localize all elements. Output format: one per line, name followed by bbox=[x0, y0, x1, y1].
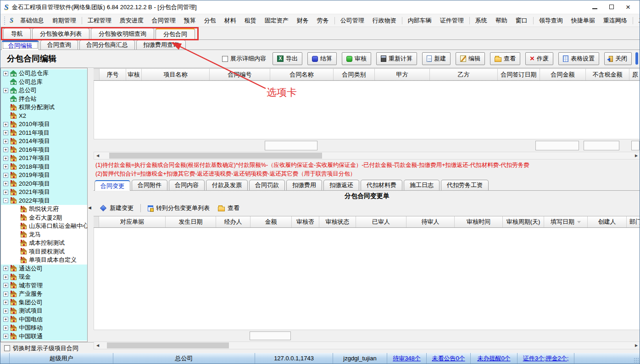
module-tab-分包合同[interactable]: 分包合同 bbox=[156, 28, 195, 39]
tree-item-中国电信[interactable]: +中国电信 bbox=[1, 315, 87, 324]
tree-item-城市管理[interactable]: +城市管理 bbox=[1, 281, 87, 290]
close-icon[interactable]: × bbox=[626, 5, 630, 10]
expand-icon[interactable]: + bbox=[3, 139, 8, 144]
checkbox-icon[interactable] bbox=[222, 56, 228, 62]
tree-item-山东港口航运金融中心[interactable]: +山东港口航运金融中心 bbox=[1, 222, 87, 231]
menu-item-固定资产[interactable]: 固定资产 bbox=[261, 15, 293, 27]
detail-tab-付款及发票[interactable]: 付款及发票 bbox=[206, 180, 248, 190]
tree-item-金石大厦2期[interactable]: +金石大厦2期 bbox=[1, 214, 87, 222]
splitter-collapse-icon[interactable]: ◀ bbox=[88, 205, 91, 210]
column-header-已审人[interactable]: 已审人 bbox=[356, 216, 406, 227]
detail-tab-施工日志[interactable]: 施工日志 bbox=[404, 180, 440, 190]
toolbar-button-新建[interactable]: 新建 bbox=[422, 52, 451, 65]
tree-item-权限分配测试[interactable]: +权限分配测试 bbox=[1, 103, 87, 112]
menu-item-重连网络[interactable]: 重连网络 bbox=[599, 15, 631, 27]
column-header-序号[interactable]: 序号 bbox=[100, 69, 126, 80]
scroll-thumb[interactable] bbox=[109, 153, 322, 159]
tree-item-公司总库[interactable]: +公司总库 bbox=[1, 78, 87, 87]
column-header-经办人[interactable]: 经办人 bbox=[216, 216, 250, 227]
column-header-合同类别[interactable]: 合同类别 bbox=[334, 69, 375, 80]
menu-item-财务[interactable]: 财务 bbox=[293, 15, 313, 27]
expand-icon[interactable]: + bbox=[3, 122, 8, 127]
toolbar-button-表格设置[interactable]: 表格设置 bbox=[558, 52, 599, 65]
column-header-合同名称[interactable]: 合同名称 bbox=[270, 69, 334, 80]
tree-item-总公司[interactable]: +总公司 bbox=[1, 86, 87, 95]
column-header-合同签订日期[interactable]: 合同签订日期 bbox=[498, 69, 540, 80]
tree-item-2010年项目[interactable]: +2010年项目 bbox=[1, 120, 87, 129]
menu-item-预算[interactable]: 预算 bbox=[180, 15, 200, 27]
detail-tab-合同变更[interactable]: 合同变更 bbox=[95, 180, 130, 191]
menu-item-租赁[interactable]: 租赁 bbox=[240, 15, 261, 27]
detail-checkbox[interactable]: 展示详细内容 bbox=[222, 55, 266, 63]
sub-tab-合同编辑[interactable]: 合同编辑 bbox=[1, 40, 39, 50]
tree-item-2011年项目[interactable]: +2011年项目 bbox=[1, 129, 87, 138]
expand-icon[interactable]: + bbox=[3, 130, 8, 135]
column-header-审核[interactable]: 审核 bbox=[126, 69, 142, 80]
menu-item-领导查询[interactable]: 领导查询 bbox=[535, 15, 567, 27]
detail-tab-扣缴费用[interactable]: 扣缴费用 bbox=[286, 180, 322, 190]
toolbar-button-作废[interactable]: 作废 bbox=[525, 52, 553, 65]
column-header-项目名称[interactable]: 项目名称 bbox=[142, 69, 210, 80]
toolbar-scrollbar[interactable] bbox=[635, 52, 638, 65]
expand-icon[interactable]: + bbox=[3, 156, 8, 161]
tree-item-拌合站[interactable]: +拌合站 bbox=[1, 95, 87, 104]
menu-item-窗口[interactable]: 窗口 bbox=[512, 15, 532, 27]
tree-item-2020年项目[interactable]: +2020年项目 bbox=[1, 180, 87, 188]
tree-item-中国移动[interactable]: +中国移动 bbox=[1, 324, 87, 332]
column-header-乙方[interactable]: 乙方 bbox=[430, 69, 498, 80]
toolbar-button-结算[interactable]: 结算 bbox=[307, 52, 337, 65]
expand-icon[interactable]: + bbox=[3, 173, 8, 178]
column-header-创建人[interactable]: 创建人 bbox=[588, 216, 627, 227]
expand-icon[interactable]: + bbox=[3, 300, 8, 305]
expand-icon[interactable]: + bbox=[3, 292, 8, 297]
module-tab-导航[interactable]: 导航 bbox=[3, 28, 31, 39]
expand-icon[interactable]: + bbox=[3, 334, 8, 339]
detail-tab-代扣材料费[interactable]: 代扣材料费 bbox=[361, 180, 402, 190]
tree-item-2019年项目[interactable]: +2019年项目 bbox=[1, 171, 87, 180]
sub-tab-合同查询[interactable]: 合同查询 bbox=[40, 40, 78, 50]
tree-item-公司总仓库[interactable]: +公司总仓库 bbox=[1, 69, 87, 78]
change-button-转到分包变更单列表[interactable]: 转到分包变更单列表 bbox=[145, 203, 213, 214]
toolbar-button-审核[interactable]: 审核 bbox=[342, 52, 371, 65]
menu-item-行政物资[interactable]: 行政物资 bbox=[368, 15, 401, 27]
minimize-icon[interactable] bbox=[592, 4, 597, 11]
resize-grip[interactable] bbox=[633, 357, 639, 363]
collapse-icon[interactable]: - bbox=[3, 198, 8, 203]
expand-icon[interactable]: + bbox=[3, 71, 8, 76]
expand-icon[interactable]: + bbox=[3, 309, 8, 314]
contract-grid-hscrollbar[interactable]: ◀ ▶ bbox=[94, 152, 640, 160]
column-header-对应单据[interactable]: 对应单据 bbox=[99, 216, 166, 227]
panel-splitter[interactable]: ◀ bbox=[88, 68, 94, 354]
tree-item-2021年项目[interactable]: +2021年项目 bbox=[1, 188, 87, 197]
menu-item-系统[interactable]: 系统 bbox=[471, 15, 491, 27]
scroll-left-icon[interactable]: ◀ bbox=[94, 152, 101, 159]
menu-item-合同管理[interactable]: 合同管理 bbox=[148, 15, 180, 27]
statusbar-link-证件3个;押金2个;[interactable]: 证件3个;押金2个; bbox=[523, 354, 569, 363]
toolbar-button-编辑[interactable]: 编辑 bbox=[456, 52, 485, 65]
expand-icon[interactable]: + bbox=[3, 283, 8, 288]
tree-item-单项目成本自定义[interactable]: +单项目成本自定义 bbox=[1, 256, 87, 265]
menu-item-质安进度[interactable]: 质安进度 bbox=[116, 15, 148, 27]
tree-item-凯悦状元府[interactable]: +凯悦状元府 bbox=[1, 205, 87, 214]
column-header-合同编号[interactable]: 合同编号 bbox=[210, 69, 270, 80]
expand-icon[interactable]: + bbox=[3, 190, 8, 195]
tree-item-2014年项目[interactable]: +2014年项目 bbox=[1, 137, 87, 146]
tree-item-通达公司[interactable]: +通达公司 bbox=[1, 265, 87, 273]
menu-item-二次开发[interactable]: 二次开发 bbox=[634, 15, 640, 27]
sub-tab-合同分包商汇总[interactable]: 合同分包商汇总 bbox=[79, 40, 135, 50]
tree-item-X2[interactable]: +X2 bbox=[1, 112, 87, 121]
column-header-审核否[interactable]: 审核否 bbox=[292, 216, 319, 227]
detail-tab-合同内容[interactable]: 合同内容 bbox=[169, 180, 205, 190]
toolbar-button-关闭[interactable]: 关闭 bbox=[604, 52, 632, 65]
toolbar-button-查看[interactable]: 查看 bbox=[490, 52, 520, 65]
expand-icon[interactable]: + bbox=[3, 317, 8, 322]
column-header-填写日期[interactable]: 填写日期 bbox=[544, 216, 588, 227]
menu-item-内部车辆[interactable]: 内部车辆 bbox=[404, 15, 436, 27]
contract-grid-body[interactable] bbox=[94, 81, 640, 139]
menu-item-分包[interactable]: 分包 bbox=[200, 15, 220, 27]
menu-item-工程管理[interactable]: 工程管理 bbox=[83, 15, 116, 27]
detail-tab-合同附件[interactable]: 合同附件 bbox=[132, 180, 167, 190]
menu-item-快捷单据[interactable]: 快捷单据 bbox=[567, 15, 599, 27]
column-header-甲方[interactable]: 甲方 bbox=[375, 69, 430, 80]
expand-icon[interactable]: + bbox=[3, 275, 8, 280]
